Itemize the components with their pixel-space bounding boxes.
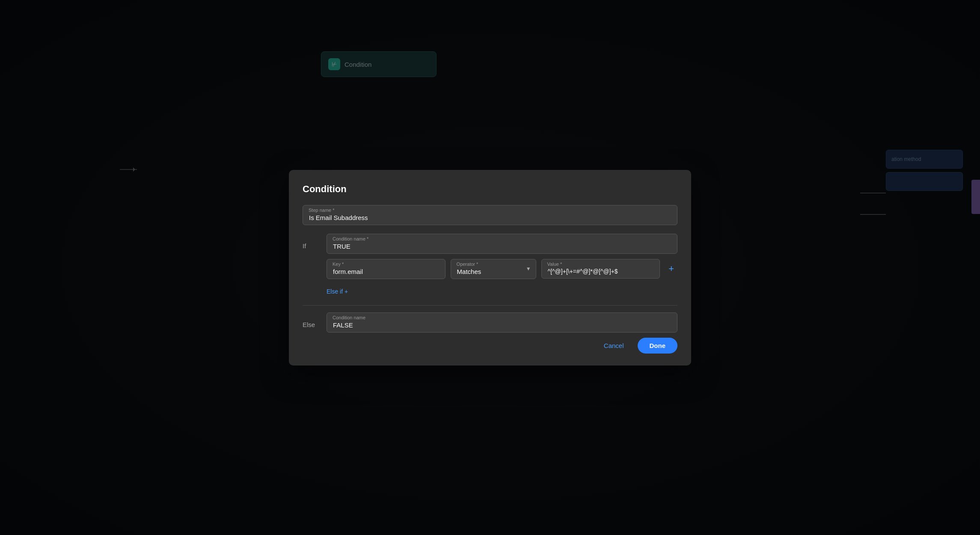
modal-overlay: Condition Step name * If Condition name … <box>0 0 980 535</box>
step-name-field[interactable]: Step name * <box>303 205 677 225</box>
if-condition-section: If Condition name * Key * Operator * Ma <box>303 234 677 279</box>
condition-name-field[interactable]: Condition name * <box>327 234 677 254</box>
step-name-group: Step name * <box>303 205 677 225</box>
else-condition-name-field[interactable]: Condition name <box>327 312 677 333</box>
if-label: If <box>303 234 320 250</box>
add-rule-button[interactable]: + <box>665 262 677 275</box>
cancel-button[interactable]: Cancel <box>597 339 631 353</box>
else-label: Else <box>303 312 320 328</box>
value-field-wrapper[interactable]: Value * <box>541 259 660 279</box>
modal-footer: Cancel Done <box>303 338 677 354</box>
condition-name-input[interactable] <box>327 234 677 254</box>
modal-title: Condition <box>303 184 677 195</box>
operator-field-wrapper[interactable]: Operator * Matches Equals Contains Start… <box>451 259 536 279</box>
condition-modal: Condition Step name * If Condition name … <box>289 170 691 366</box>
if-row: If Condition name * <box>303 234 677 254</box>
key-input[interactable] <box>327 259 445 279</box>
step-name-input[interactable] <box>303 205 677 225</box>
rule-row: Key * Operator * Matches Equals Contains… <box>327 259 677 279</box>
done-button[interactable]: Done <box>638 338 678 354</box>
value-input[interactable] <box>541 259 660 279</box>
key-field-wrapper[interactable]: Key * <box>327 259 445 279</box>
else-condition-name-input[interactable] <box>327 312 677 333</box>
operator-select[interactable]: Matches Equals Contains Starts With Ends… <box>451 259 536 279</box>
section-divider <box>303 305 677 306</box>
else-row: Else Condition name <box>303 312 677 333</box>
else-if-button[interactable]: Else if + <box>327 288 348 295</box>
